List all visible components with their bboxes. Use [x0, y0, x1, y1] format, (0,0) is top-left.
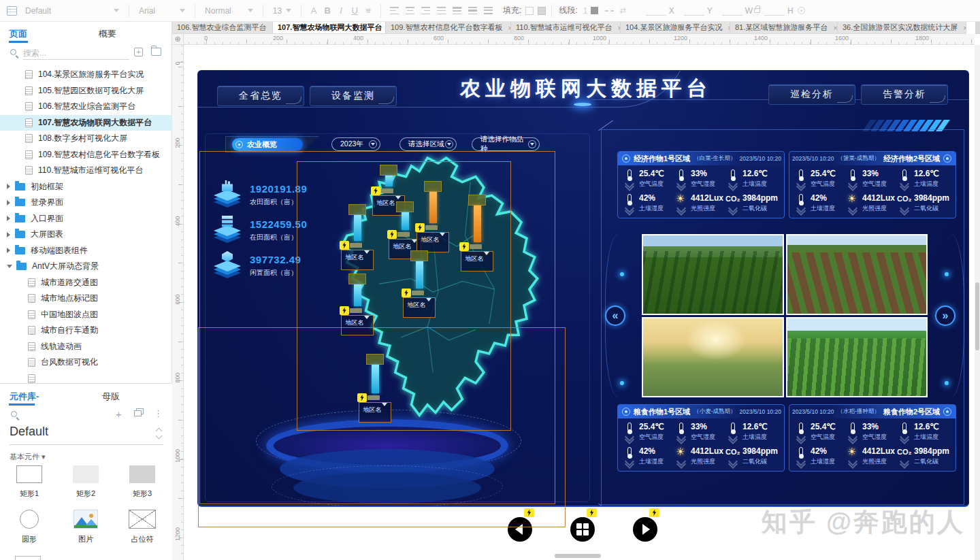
- subpage-item[interactable]: 线轨迹动画: [0, 339, 172, 355]
- page-item[interactable]: 106.智慧农业综合监测平台: [0, 99, 172, 115]
- chevron-right-icon[interactable]: [7, 216, 10, 221]
- width-field[interactable]: [722, 6, 742, 16]
- map-marker[interactable]: 地区名: [458, 195, 496, 271]
- widget-circle[interactable]: 圆形: [5, 510, 53, 544]
- lightning-icon[interactable]: [387, 230, 397, 239]
- font-color-button[interactable]: A: [307, 5, 321, 16]
- design-canvas[interactable]: 农业物联网大数据平台 全省总览 设备监测 巡检分析 告警分析 农业概览 2023…: [184, 45, 975, 560]
- tab-widget-library[interactable]: 元件库-: [10, 391, 39, 403]
- region-label[interactable]: 地区名: [341, 315, 374, 335]
- tab-110[interactable]: 110.智慧城市运维可视化平台×: [511, 22, 621, 33]
- region-label[interactable]: 地区名: [341, 250, 374, 270]
- page-item[interactable]: 104.某景区旅游服务平台实况: [0, 67, 172, 83]
- height-field[interactable]: [764, 6, 785, 16]
- font-size-dropdown[interactable]: 13: [269, 6, 295, 16]
- bold-button[interactable]: B: [321, 5, 334, 16]
- nav-province-overview-button[interactable]: 全省总览: [217, 86, 304, 106]
- nav-inspection-analysis-button[interactable]: 巡检分析: [768, 84, 855, 105]
- chevron-right-icon[interactable]: [7, 248, 10, 253]
- page-item[interactable]: 109.智慧农村信息化平台数字看板: [0, 147, 172, 163]
- subpage-item[interactable]: 中国地图波点图: [0, 307, 172, 323]
- lightning-icon[interactable]: [402, 289, 411, 297]
- nav-device-monitor-button[interactable]: 设备监测: [310, 86, 397, 106]
- search-icon[interactable]: [11, 411, 17, 417]
- page-item-selected[interactable]: 107.智慧农场物联网大数据平台: [0, 115, 172, 131]
- crop-type-dropdown[interactable]: 请选择作物品种: [472, 137, 540, 151]
- map-marker[interactable]: 地区名: [338, 274, 376, 335]
- line-arrow-style-icon[interactable]: ⇄: [619, 6, 625, 15]
- tab-107-active[interactable]: 107.智慧农场物联网大数据平台×: [273, 22, 386, 33]
- align-justify-icon[interactable]: [437, 7, 446, 14]
- vertical-scrollbar[interactable]: [975, 45, 980, 560]
- agriculture-overview-tab[interactable]: 农业概览: [232, 138, 303, 151]
- x-position-field[interactable]: [646, 6, 666, 16]
- section-basic-widgets[interactable]: 基本元件 ▾: [10, 452, 46, 462]
- widget-rect3[interactable]: 矩形3: [118, 465, 166, 499]
- font-weight-dropdown[interactable]: Normal: [201, 6, 257, 16]
- widget-image[interactable]: 图片: [62, 510, 110, 544]
- folder-item-expanded[interactable]: AntV大屏动态背景: [0, 259, 172, 275]
- folder-item[interactable]: 登录界面: [0, 195, 172, 211]
- font-dropdown[interactable]: Arial: [135, 6, 189, 16]
- map-marker[interactable]: 地区名: [400, 250, 438, 318]
- fill-color-swatch[interactable]: [525, 7, 534, 15]
- prev-page-button[interactable]: [508, 517, 532, 542]
- line-color-swatch[interactable]: [591, 7, 598, 14]
- camera-feed[interactable]: [642, 234, 784, 315]
- close-icon[interactable]: ×: [833, 24, 837, 32]
- add-page-icon[interactable]: +: [134, 48, 143, 56]
- next-page-button[interactable]: [633, 517, 657, 542]
- region-dropdown[interactable]: 请选择区域: [399, 137, 457, 151]
- folder-item[interactable]: 大屏图表: [0, 227, 172, 243]
- tab-overflow-button[interactable]: ▼: [975, 22, 980, 34]
- page-search-input[interactable]: [23, 46, 129, 60]
- widget-rect2[interactable]: 矩形2: [62, 465, 110, 499]
- align-left-icon[interactable]: [390, 7, 399, 14]
- widget-rect1[interactable]: 矩形1: [5, 465, 53, 499]
- folder-item[interactable]: 移动端图表组件: [0, 243, 172, 259]
- aspect-lock-icon[interactable]: [754, 8, 760, 13]
- widget-placeholder[interactable]: 占位符: [118, 510, 166, 544]
- kebab-menu-icon[interactable]: ⋮: [154, 408, 163, 418]
- lightning-icon[interactable]: [459, 242, 469, 251]
- lightning-icon[interactable]: [340, 241, 349, 250]
- add-library-icon[interactable]: +: [116, 408, 122, 420]
- visibility-icon[interactable]: [798, 7, 805, 14]
- lightning-icon[interactable]: [415, 223, 425, 232]
- camera-feed[interactable]: [786, 234, 928, 315]
- y-position-field[interactable]: [684, 6, 704, 16]
- camera-feed[interactable]: [642, 317, 784, 398]
- tab-pages[interactable]: 页面: [10, 28, 27, 40]
- align-center-icon[interactable]: [406, 7, 414, 14]
- region-label[interactable]: 地区名: [416, 232, 449, 252]
- scrollbar-thumb[interactable]: [975, 282, 979, 350]
- align-top-icon[interactable]: [453, 7, 461, 14]
- align-bottom-icon[interactable]: [484, 7, 493, 14]
- tab-masters[interactable]: 母版: [102, 391, 120, 403]
- region-label[interactable]: 地区名: [359, 402, 391, 423]
- library-select[interactable]: Default: [10, 425, 163, 445]
- page-item[interactable]: 108.数字乡村可视化大屏: [0, 131, 172, 147]
- tab-106[interactable]: 106.智慧农业综合监测平台×: [172, 22, 273, 33]
- map-marker[interactable]: 地区名: [356, 354, 394, 423]
- line-dash-style-icon[interactable]: [605, 10, 614, 12]
- grid-menu-button[interactable]: [570, 517, 595, 542]
- chevron-right-icon[interactable]: [7, 232, 10, 237]
- page-item[interactable]: 105.智慧园区数据可视化大屏: [0, 83, 172, 99]
- subpage-item[interactable]: 城市自行车通勤: [0, 323, 172, 339]
- camera-feed[interactable]: [786, 317, 928, 398]
- map-marker[interactable]: 地区名: [338, 204, 376, 270]
- subpage-item[interactable]: 城市地点标记图: [0, 291, 172, 307]
- subpage-item[interactable]: 台风数据可视化: [0, 355, 172, 371]
- lightning-icon[interactable]: [340, 306, 349, 315]
- lightning-icon[interactable]: [371, 186, 380, 195]
- italic-button[interactable]: I: [334, 5, 348, 16]
- tab-81[interactable]: 81.某区域智慧旅游服务平台×: [730, 22, 838, 33]
- folder-item[interactable]: 入口界面: [0, 211, 172, 227]
- add-folder-icon[interactable]: [151, 48, 161, 56]
- line-weight-value[interactable]: 1: [583, 6, 588, 16]
- chevron-right-icon[interactable]: [7, 184, 10, 189]
- chevron-right-icon[interactable]: [7, 200, 10, 205]
- underline-button[interactable]: U: [348, 5, 361, 16]
- style-dropdown[interactable]: Default: [21, 6, 123, 16]
